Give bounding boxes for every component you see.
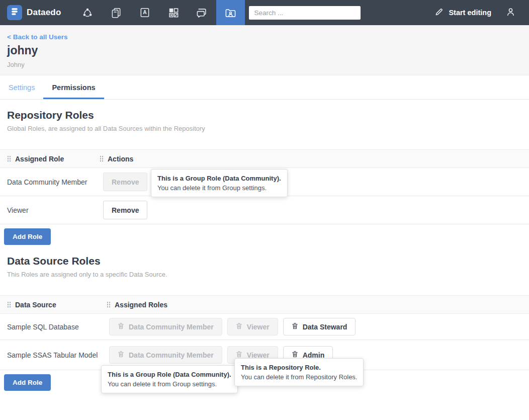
user-display-name: Johny [7, 61, 521, 68]
role-chip[interactable]: Data Community Member [109, 318, 222, 335]
drag-handle-icon[interactable] [100, 155, 103, 162]
back-to-users-link[interactable]: < Back to all Users [7, 33, 67, 41]
database-logo-icon [10, 7, 19, 18]
nav-dictionary-button[interactable]: A [130, 0, 159, 25]
start-editing-button[interactable]: Start editing [434, 7, 491, 19]
modules-grid-icon [167, 7, 180, 19]
nav-feedback-button[interactable] [188, 0, 216, 25]
table-row: Viewer Remove [0, 196, 529, 224]
trash-icon [236, 322, 242, 331]
nav-icon-group: A [73, 0, 245, 25]
data-source-roles-subtitle: This Roles are assigned only to a specif… [7, 271, 521, 278]
add-repository-role-button[interactable]: Add Role [4, 228, 51, 245]
drag-handle-icon[interactable] [107, 301, 110, 308]
tooltip-text-line: You can delete it from Group settings. [108, 380, 231, 389]
start-editing-label: Start editing [449, 9, 491, 17]
role-name: Viewer [7, 206, 29, 214]
top-navbar: Dataedo [0, 0, 529, 25]
role-chip-label: Data Community Member [129, 323, 214, 331]
user-profile-button[interactable] [505, 7, 516, 19]
repository-roles-subtitle: Global Roles, are assigned to all Data S… [7, 125, 521, 132]
tooltip-text-line: You can delete it from Group settings. [157, 184, 281, 193]
dictionary-icon: A [139, 7, 151, 19]
nav-users-button[interactable] [216, 0, 245, 25]
search-container [249, 6, 361, 20]
drag-handle-icon[interactable] [7, 155, 11, 162]
trash-icon [292, 322, 298, 331]
feedback-chat-icon [196, 7, 208, 19]
role-chip-label: Data Steward [303, 323, 347, 331]
role-chip[interactable]: Data Community Member [109, 346, 222, 364]
tooltip-repository-role: This is a Repository Role. You can delet… [234, 358, 364, 386]
page-title: johny [7, 44, 521, 57]
remove-role-button[interactable]: Remove [103, 201, 147, 219]
navbar-right: Start editing [434, 7, 529, 19]
tab-permissions[interactable]: Permissions [43, 75, 104, 99]
column-data-source: Data Source [15, 301, 56, 309]
search-input[interactable] [249, 6, 361, 20]
trash-icon [118, 322, 124, 331]
er-diagram-icon [81, 7, 94, 19]
brand-name: Dataedo [27, 8, 61, 18]
role-chip[interactable]: Viewer [227, 318, 278, 335]
nav-modules-button[interactable] [159, 0, 188, 25]
role-chip-label: Viewer [247, 323, 270, 331]
role-chip-label: Data Community Member [129, 351, 214, 359]
column-assigned-role: Assigned Role [15, 155, 64, 163]
tooltip-group-role: This is a Group Role (Data Community). Y… [151, 169, 288, 197]
data-source-name: Sample SSAS Tabular Model [7, 351, 98, 359]
svg-text:A: A [143, 10, 147, 15]
tooltip-text-line: You can delete it from Repository Roles. [241, 373, 357, 382]
data-source-roles-section-header: Data Source Roles This Roles are assigne… [0, 245, 529, 278]
tab-bar: Settings Permissions [0, 75, 529, 100]
tooltip-bold-line: This is a Group Role (Data Community). [108, 370, 231, 380]
tooltip-group-role: This is a Group Role (Data Community). Y… [101, 365, 238, 393]
documentations-icon [110, 7, 122, 19]
tooltip-bold-line: This is a Group Role (Data Community). [157, 174, 281, 184]
tooltip-bold-line: This is a Repository Role. [241, 363, 357, 373]
pencil-icon [434, 7, 444, 19]
table-row: Sample SQL Database Data Community Membe… [0, 314, 529, 340]
data-source-roles-title: Data Source Roles [7, 255, 521, 267]
user-profile-icon [505, 7, 516, 19]
column-actions: Actions [108, 155, 133, 163]
table-header-row: Assigned Role Actions [0, 149, 529, 168]
repository-roles-title: Repository Roles [7, 109, 521, 121]
add-data-source-role-button[interactable]: Add Role [4, 374, 51, 391]
tab-settings[interactable]: Settings [0, 75, 43, 99]
table-header-row: Data Source Assigned Roles [0, 295, 529, 314]
users-folder-icon [224, 7, 237, 19]
column-assigned-roles: Assigned Roles [115, 301, 167, 309]
nav-documentations-button[interactable] [102, 0, 130, 25]
repository-roles-section-header: Repository Roles Global Roles, are assig… [0, 100, 529, 132]
role-name: Data Community Member [7, 178, 87, 186]
drag-handle-icon[interactable] [7, 301, 11, 308]
dataedo-logo[interactable] [7, 5, 22, 20]
remove-role-button[interactable]: Remove [103, 173, 147, 191]
role-chip[interactable]: Data Steward [283, 318, 356, 335]
nav-er-diagram-button[interactable] [73, 0, 102, 25]
data-source-name: Sample SQL Database [7, 323, 79, 331]
user-header: < Back to all Users johny Johny [0, 25, 529, 75]
trash-icon [118, 351, 124, 359]
